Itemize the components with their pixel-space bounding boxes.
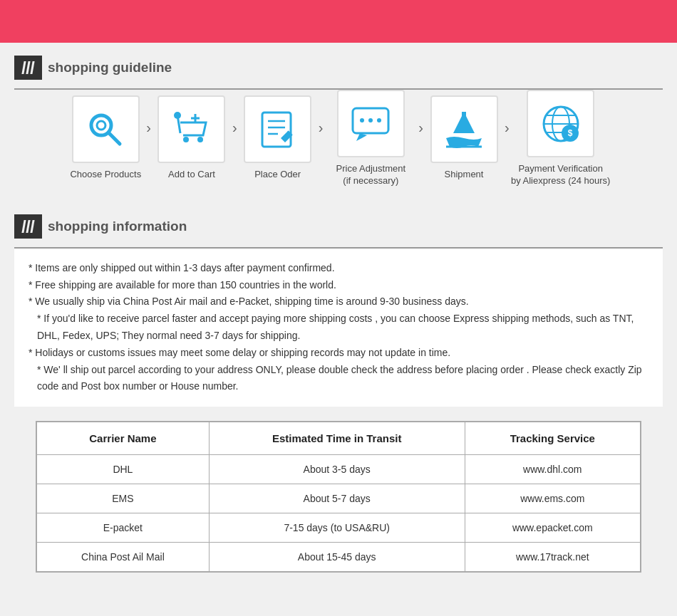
svg-point-17 (377, 118, 381, 122)
col-estimated-time: Estimated Time in Transit (209, 422, 465, 455)
step-place-order: Place Oder (239, 95, 317, 181)
step-payment-verification-icon-box: $ (527, 90, 594, 157)
svg-line-2 (108, 132, 120, 144)
carrier-epacket: E-packet (37, 513, 210, 543)
globe-icon: $ (539, 103, 582, 145)
chat-icon (349, 103, 392, 145)
guideline-title-bar (14, 56, 42, 80)
stripe-3 (30, 61, 34, 74)
stripe-1 (21, 61, 26, 74)
arrow-1: › (145, 120, 153, 136)
svg-line-4 (177, 115, 180, 133)
svg-point-6 (197, 137, 203, 142)
svg-point-16 (368, 118, 373, 122)
svg-rect-19 (462, 112, 466, 133)
carrier-ems: EMS (37, 484, 210, 513)
col-carrier-name: Carrier Name (37, 422, 210, 455)
step-place-order-icon-box (244, 95, 311, 163)
step-payment-verification: $ Payment Verificationby Aliexpress (24 … (511, 90, 611, 187)
step-add-to-cart: Add to Cart (153, 95, 231, 181)
svg-point-1 (97, 121, 105, 130)
table-row: DHL About 3-5 days www.dhl.com (37, 455, 641, 484)
step-choose-products-label: Choose Products (70, 169, 141, 181)
carrier-dhl: DHL (37, 455, 210, 484)
time-epacket: 7-15 days (to USA&RU) (209, 513, 465, 543)
table-row: E-packet 7-15 days (to USA&RU) www.epack… (37, 513, 641, 543)
step-add-to-cart-icon-box (157, 95, 225, 163)
guideline-title: shopping guideline (48, 60, 172, 75)
svg-point-15 (360, 118, 364, 122)
svg-text:$: $ (567, 128, 572, 138)
tracking-ems: www.ems.com (465, 484, 640, 513)
step-price-adjustment-label: Price Adjustment(if necessary) (336, 163, 406, 187)
shipping-table: Carrier Name Estimated Time in Transit T… (36, 422, 641, 572)
info-line-3: * We usually ship via China Post Air mai… (29, 293, 648, 310)
steps-container: Choose Products › Add to Cart › (0, 90, 677, 202)
info-stripe-3 (30, 220, 34, 233)
tracking-epacket: www.epacket.com (465, 513, 640, 543)
time-ems: About 5-7 days (209, 484, 465, 513)
step-shipment-icon-box (430, 95, 498, 163)
guideline-section-header: shopping guideline (14, 56, 663, 80)
ship-icon (443, 108, 485, 151)
tracking-china-post: www.17track.net (465, 543, 640, 572)
info-text-section: * Items are only shipped out within 1-3 … (14, 249, 663, 407)
step-price-adjustment-icon-box (337, 90, 405, 157)
info-title: shopping information (48, 219, 187, 234)
info-stripe-2 (26, 220, 30, 233)
step-choose-products-icon-box (72, 95, 140, 163)
time-dhl: About 3-5 days (209, 455, 465, 484)
step-place-order-label: Place Oder (254, 169, 301, 181)
title-stripes-decoration (23, 61, 33, 74)
info-line-5: * Holidays or customs issues may meet so… (29, 345, 648, 362)
arrow-5: › (503, 120, 511, 136)
info-title-stripes (23, 220, 33, 233)
header-banner (0, 0, 677, 43)
step-price-adjustment: Price Adjustment(if necessary) (324, 90, 417, 187)
info-title-bar (14, 214, 42, 239)
svg-rect-9 (262, 113, 291, 147)
arrow-2: › (231, 120, 239, 136)
tracking-dhl: www.dhl.com (465, 455, 640, 484)
carrier-china-post: China Post Ail Mail (37, 543, 210, 572)
shipping-table-container: Carrier Name Estimated Time in Transit T… (36, 421, 641, 573)
step-shipment-label: Shipment (445, 169, 484, 181)
stripe-2 (26, 61, 30, 74)
form-icon (257, 108, 299, 151)
step-payment-verification-label: Payment Verificationby Aliexpress (24 ho… (511, 163, 610, 187)
step-choose-products: Choose Products (66, 95, 145, 181)
arrow-3: › (317, 120, 325, 136)
col-tracking-service: Tracking Service (465, 422, 640, 455)
table-header-row: Carrier Name Estimated Time in Transit T… (37, 422, 641, 455)
info-line-6: * We' ll ship out parcel according to yo… (37, 362, 648, 396)
cart-icon (170, 108, 213, 151)
info-line-4: * If you'd like to receive parcel faster… (37, 310, 648, 345)
info-section-header: shopping information (14, 214, 663, 239)
step-shipment: Shipment (425, 95, 503, 181)
search-icon (84, 108, 127, 151)
info-stripe-1 (21, 220, 26, 233)
step-add-to-cart-label: Add to Cart (168, 169, 215, 181)
info-line-1: * Items are only shipped out within 1-3 … (29, 260, 648, 277)
table-row: China Post Ail Mail About 15-45 days www… (37, 543, 641, 572)
time-china-post: About 15-45 days (209, 543, 465, 572)
arrow-4: › (417, 120, 425, 136)
table-row: EMS About 5-7 days www.ems.com (37, 484, 641, 513)
svg-point-5 (183, 137, 189, 142)
info-line-2: * Free shipping are available for more t… (29, 277, 648, 294)
